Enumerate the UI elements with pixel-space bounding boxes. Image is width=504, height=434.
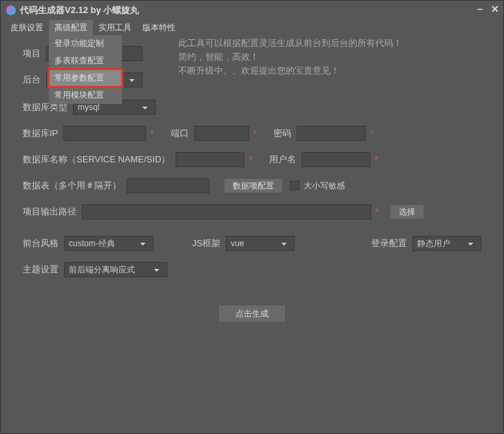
password-input[interactable]: [297, 126, 366, 141]
intro-line2: 简约，智能，高效！: [178, 50, 402, 64]
label-port: 端口: [171, 127, 189, 140]
label-output-path: 项目输出路径: [23, 206, 76, 218]
db-name-input[interactable]: [176, 152, 244, 167]
case-sensitive-label: 大小写敏感: [304, 180, 345, 192]
label-db-ip: 数据库IP: [23, 127, 58, 140]
port-input[interactable]: [194, 126, 249, 141]
row-output-path: 项目输出路径 * 选择: [23, 204, 481, 219]
tables-input[interactable]: [127, 178, 209, 193]
select-path-button[interactable]: 选择: [390, 204, 424, 219]
intro-line1: 此工具可以根据配置灵活生成从前台到后台的所有代码！: [178, 36, 402, 50]
minimize-button[interactable]: –: [477, 3, 483, 14]
case-sensitive-wrap[interactable]: 大小写敏感: [290, 180, 345, 192]
label-js-framework: JS框架: [192, 237, 220, 250]
tab-bar: 皮肤设置 高级配置 实用工具 版本特性: [1, 20, 503, 35]
generate-button[interactable]: 点击生成: [218, 305, 286, 323]
db-ip-input[interactable]: [63, 126, 146, 141]
row-theme: 主题设置 前后端分离响应式: [23, 262, 481, 277]
row-frontend: 前台风格 custom-经典 JS框架 vue 登录配置 静态用户: [23, 236, 481, 251]
output-path-input[interactable]: [82, 204, 371, 219]
dropdown-multi-table[interactable]: 多表联查配置: [49, 52, 122, 69]
label-login-config: 登录配置: [371, 237, 407, 250]
tab-skin[interactable]: 皮肤设置: [5, 20, 49, 35]
tab-advanced[interactable]: 高级配置: [49, 20, 93, 35]
req-db-ip: *: [150, 128, 154, 139]
dropdown-login-custom[interactable]: 登录功能定制: [49, 35, 122, 52]
label-project: 项目: [23, 47, 41, 60]
window-controls: – ✕: [477, 3, 499, 14]
tab-version[interactable]: 版本特性: [137, 20, 181, 35]
advanced-dropdown: 登录功能定制 多表联查配置 常用参数配置 常用模块配置: [49, 35, 122, 104]
columns-config-button[interactable]: 数据项配置: [224, 178, 283, 193]
theme-select[interactable]: 前后端分离响应式: [64, 262, 167, 277]
dropdown-common-modules[interactable]: 常用模块配置: [49, 87, 122, 104]
label-backend: 后台: [23, 74, 41, 86]
row-tables: 数据表（多个用＃隔开） * 数据项配置 大小写敏感: [23, 178, 481, 193]
js-framework-select[interactable]: vue: [226, 236, 295, 251]
case-sensitive-checkbox[interactable]: [290, 181, 300, 191]
label-frontend-style: 前台风格: [23, 237, 59, 250]
req-password: *: [370, 128, 373, 139]
window-title: 代码生成器V2.12 by 小螺旋丸: [20, 4, 139, 17]
label-username: 用户名: [269, 153, 296, 166]
close-button[interactable]: ✕: [491, 3, 499, 14]
dropdown-common-params[interactable]: 常用参数配置: [49, 69, 122, 87]
frontend-style-select[interactable]: custom-经典: [64, 236, 154, 251]
label-theme: 主题设置: [23, 263, 59, 276]
login-config-select[interactable]: 静态用户: [412, 236, 481, 251]
req-output-path: *: [375, 206, 379, 217]
intro-line3: 不断升级中。。欢迎提出您的宝贵意见！: [178, 64, 402, 78]
row-generate: 点击生成: [23, 305, 481, 323]
app-window: 代码生成器V2.12 by 小螺旋丸 – ✕ 皮肤设置 高级配置 实用工具 版本…: [0, 0, 504, 434]
label-tables: 数据表（多个用＃隔开）: [23, 180, 121, 192]
req-port: *: [253, 128, 257, 139]
row-db-name: 数据库名称（SERVICE NAME/SID） * 用户名 *: [23, 152, 481, 167]
intro-text: 此工具可以根据配置灵活生成从前台到后台的所有代码！ 简约，智能，高效！ 不断升级…: [178, 36, 402, 78]
label-password: 密码: [273, 127, 291, 140]
label-db-name: 数据库名称（SERVICE NAME/SID）: [23, 153, 170, 166]
username-input[interactable]: [302, 152, 370, 167]
app-icon: [6, 6, 16, 15]
title-bar: 代码生成器V2.12 by 小螺旋丸 – ✕: [1, 1, 503, 20]
row-db-ip: 数据库IP * 端口 * 密码 *: [23, 126, 481, 141]
req-db-name: *: [249, 154, 252, 165]
tab-tools[interactable]: 实用工具: [93, 20, 137, 35]
req-username: *: [375, 154, 378, 165]
